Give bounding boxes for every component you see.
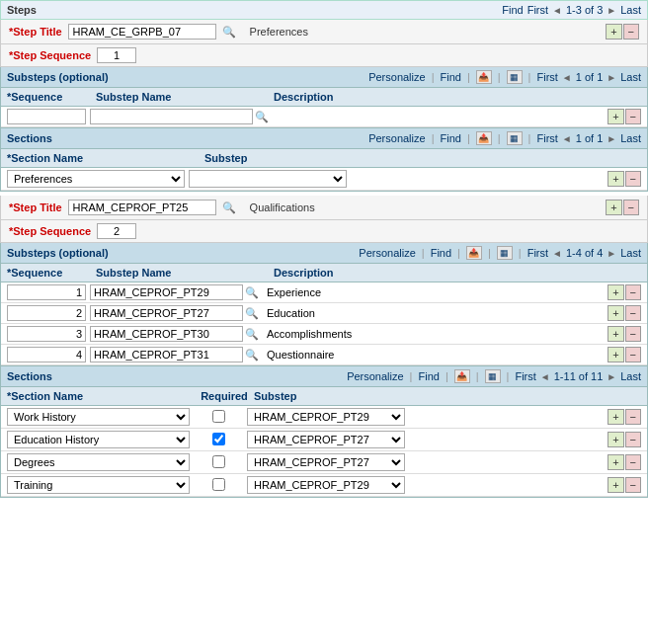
step1-sequence-input[interactable] — [97, 47, 136, 63]
sections2-add-btn-1[interactable]: + — [608, 432, 623, 447]
sections1-section-select-0[interactable]: Preferences — [7, 170, 185, 188]
sections2-section-select-2[interactable]: Degrees — [7, 453, 190, 471]
sections2-grid-icon[interactable]: ▦ — [485, 369, 501, 383]
sections1-row0-remove-btn[interactable]: − — [625, 171, 641, 187]
sections2-remove-btn-2[interactable]: − — [625, 454, 641, 470]
sections2-remove-btn-3[interactable]: − — [625, 477, 641, 493]
sections2-section-select-0[interactable]: Work History — [7, 408, 190, 426]
substeps1-seq-input[interactable] — [7, 109, 86, 124]
step2-title-add-btn[interactable]: + — [606, 200, 621, 215]
substeps2-grid-icon[interactable]: ▦ — [497, 246, 513, 260]
substeps2-first-link[interactable]: First — [527, 247, 548, 259]
sections2-first-link[interactable]: First — [515, 370, 535, 382]
step2-sequence-input[interactable] — [97, 223, 136, 239]
substeps2-seq-input-3[interactable] — [7, 347, 86, 362]
sections2-add-btn-0[interactable]: + — [608, 409, 623, 425]
sections2-add-btn-2[interactable]: + — [608, 454, 623, 470]
substeps2-search-icon-3[interactable]: 🔍 — [245, 349, 259, 362]
steps-nav-count: 1-3 of 3 — [566, 4, 603, 16]
substeps2-seq-input-0[interactable] — [7, 284, 86, 300]
substeps2-add-btn-3[interactable]: + — [608, 347, 623, 362]
substeps1-name-input[interactable] — [90, 109, 253, 124]
substeps2-last-link[interactable]: Last — [620, 247, 641, 259]
sections1-personalize-link[interactable]: Personalize — [368, 132, 425, 144]
substeps1-search-icon[interactable]: 🔍 — [255, 111, 269, 123]
substeps1-add-btn[interactable]: + — [608, 109, 623, 124]
sections2-required-checkbox-2[interactable] — [212, 455, 225, 468]
substeps1-grid-icon[interactable]: ▦ — [507, 70, 523, 84]
sections2-find-link[interactable]: Find — [418, 370, 439, 382]
step2-title-remove-btn[interactable]: − — [623, 200, 639, 215]
sections2-substep-select-1[interactable]: HRAM_CEPROF_PT27 — [247, 431, 405, 448]
substeps2-search-icon-0[interactable]: 🔍 — [245, 286, 259, 299]
step1-title-add-btn[interactable]: + — [606, 24, 621, 40]
step1-title-remove-btn[interactable]: − — [623, 24, 639, 40]
substeps1-remove-btn[interactable]: − — [625, 109, 641, 124]
sections1-first-link[interactable]: First — [536, 132, 557, 144]
substeps1-first-link[interactable]: First — [536, 71, 557, 83]
sections2-add-btn-3[interactable]: + — [608, 477, 623, 493]
sections1-export-icon[interactable]: 📤 — [476, 131, 492, 145]
substeps1-last-link[interactable]: Last — [620, 71, 641, 83]
sections2-substep-select-2[interactable]: HRAM_CEPROF_PT27 — [247, 453, 405, 471]
sections2-section-select-3[interactable]: Training — [7, 476, 190, 494]
substeps2-search-icon-1[interactable]: 🔍 — [245, 307, 259, 320]
substeps2-remove-btn-2[interactable]: − — [625, 326, 641, 342]
substeps1-export-icon[interactable]: 📤 — [476, 70, 492, 84]
substeps2-add-btn-2[interactable]: + — [608, 326, 623, 342]
substeps2-name-input-1[interactable] — [90, 305, 243, 321]
substeps2-col-name: Substep Name — [96, 267, 274, 279]
sections2-row-3: Training HRAM_CEPROF_PT29 + − — [1, 474, 647, 497]
substeps2-personalize-link[interactable]: Personalize — [359, 247, 415, 259]
sections2-required-checkbox-3[interactable] — [212, 478, 225, 491]
steps-first-link[interactable]: First — [527, 4, 548, 16]
steps-find-link[interactable]: Find — [502, 4, 523, 16]
sections2-section-select-1[interactable]: Education History — [7, 431, 190, 448]
substeps2-search-icon-2[interactable]: 🔍 — [245, 328, 259, 341]
sections2-export-icon[interactable]: 📤 — [454, 369, 470, 383]
substeps2-name-input-3[interactable] — [90, 347, 243, 362]
substeps2-add-btn-0[interactable]: + — [608, 284, 623, 300]
sections2-personalize-link[interactable]: Personalize — [347, 370, 403, 382]
substeps1-find-link[interactable]: Find — [440, 71, 460, 83]
sections2-remove-btn-0[interactable]: − — [625, 409, 641, 425]
sections2-substep-select-0[interactable]: HRAM_CEPROF_PT29 — [247, 408, 405, 426]
substeps2-remove-btn-3[interactable]: − — [625, 347, 641, 362]
sections1-col-headers: *Section Name Substep — [1, 149, 647, 168]
sections1-nav: Personalize | Find | 📤 | ▦ | First ◄ 1 o… — [368, 131, 641, 145]
substeps2-find-link[interactable]: Find — [431, 247, 451, 259]
substeps2-header: Substeps (optional) Personalize | Find |… — [1, 243, 647, 264]
step2-title-input[interactable] — [68, 200, 216, 215]
substeps2-name-input-0[interactable] — [90, 284, 243, 300]
sections1-find-link[interactable]: Find — [440, 132, 460, 144]
sections1-grid-icon[interactable]: ▦ — [507, 131, 523, 145]
substeps2-seq-input-2[interactable] — [7, 326, 86, 342]
step1-title-input[interactable] — [68, 24, 216, 40]
sections2-row0-btn-group: + − — [608, 409, 641, 425]
substeps2-name-input-2[interactable] — [90, 326, 243, 342]
sections1-row0-add-btn[interactable]: + — [608, 171, 623, 187]
substeps1-next-arrow[interactable]: ► — [607, 72, 616, 83]
substeps1-prev-arrow[interactable]: ◄ — [562, 72, 572, 83]
steps-next-arrow[interactable]: ► — [607, 5, 616, 16]
sections2-last-link[interactable]: Last — [620, 370, 641, 382]
sections1-last-link[interactable]: Last — [620, 132, 641, 144]
sections1-substep-select-0[interactable] — [189, 170, 347, 188]
substeps2-seq-input-1[interactable] — [7, 305, 86, 321]
sections2-required-checkbox-0[interactable] — [212, 410, 225, 423]
substeps2-remove-btn-0[interactable]: − — [625, 284, 641, 300]
step2-title-row: *Step Title 🔍 Qualifications + − — [0, 196, 648, 220]
sections2-substep-select-3[interactable]: HRAM_CEPROF_PT29 — [247, 476, 405, 494]
sections2-required-checkbox-1[interactable] — [212, 433, 225, 445]
substeps2-remove-btn-1[interactable]: − — [625, 305, 641, 321]
substeps2-add-btn-1[interactable]: + — [608, 305, 623, 321]
substeps2-export-icon[interactable]: 📤 — [466, 246, 482, 260]
step1-search-icon[interactable]: 🔍 — [222, 26, 236, 39]
sections2-remove-btn-1[interactable]: − — [625, 432, 641, 447]
substeps1-personalize-link[interactable]: Personalize — [368, 71, 425, 83]
steps-last-link[interactable]: Last — [620, 4, 641, 16]
sections1-nav-count: 1 of 1 — [576, 132, 604, 144]
steps-prev-arrow[interactable]: ◄ — [552, 5, 562, 16]
substeps2-row2-btn-group: + − — [608, 326, 641, 342]
step2-search-icon[interactable]: 🔍 — [222, 201, 236, 214]
